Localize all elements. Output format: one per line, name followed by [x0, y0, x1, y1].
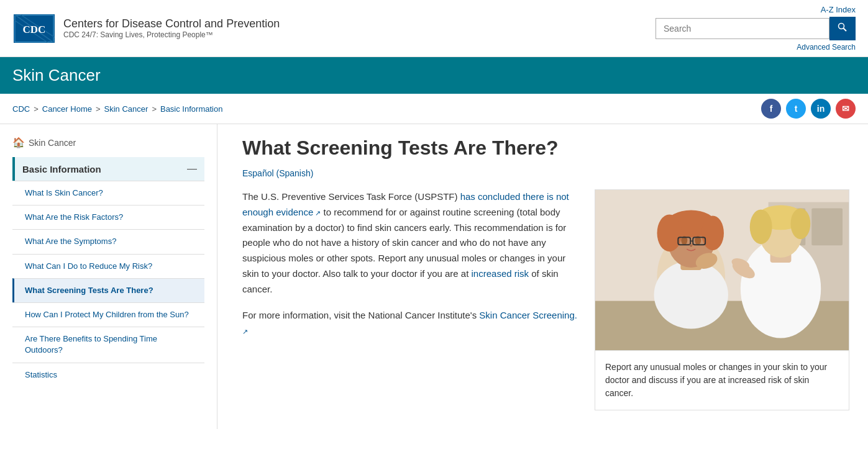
- sidebar-nav-item-3[interactable]: What Can I Do to Reduce My Risk?: [12, 254, 204, 278]
- para2-prefix: For more information, visit the National…: [242, 310, 479, 320]
- sidebar-nav-link-4[interactable]: What Screening Tests Are There?: [25, 286, 153, 295]
- linkedin-icon[interactable]: in: [811, 99, 831, 119]
- sidebar-nav-link-0[interactable]: What Is Skin Cancer?: [25, 188, 103, 197]
- twitter-icon[interactable]: t: [786, 99, 806, 119]
- search-button[interactable]: [829, 17, 856, 40]
- breadcrumb-skin-cancer[interactable]: Skin Cancer: [104, 104, 148, 114]
- sidebar-collapse-icon[interactable]: —: [187, 163, 197, 174]
- main-layout: 🏠 Skin Cancer Basic Information — What I…: [0, 124, 868, 429]
- org-name: Centers for Disease Control and Preventi…: [63, 17, 280, 39]
- doctor-image: [595, 189, 849, 351]
- sidebar-nav-item-4[interactable]: What Screening Tests Are There?: [12, 278, 204, 302]
- breadcrumb-sep3: >: [152, 104, 157, 114]
- sidebar-nav-link-7[interactable]: Statistics: [25, 370, 57, 379]
- breadcrumb-current: Basic Information: [160, 104, 222, 114]
- svg-point-6: [839, 24, 844, 29]
- search-row: [656, 17, 856, 40]
- sidebar-nav-item-2[interactable]: What Are the Symptoms?: [12, 229, 204, 253]
- para2: For more information, visit the National…: [242, 308, 580, 339]
- para1: The U.S. Preventive Services Task Force …: [242, 189, 580, 297]
- sidebar-nav-item-7[interactable]: Statistics: [12, 363, 204, 387]
- logo-area: CDC Centers for Disease Control and Prev…: [12, 13, 280, 44]
- image-caption: Report any unusual moles or changes in y…: [595, 351, 849, 410]
- image-panel: Report any unusual moles or changes in y…: [595, 189, 849, 410]
- sidebar: 🏠 Skin Cancer Basic Information — What I…: [0, 124, 217, 429]
- sidebar-nav-link-5[interactable]: How Can I Protect My Children from the S…: [25, 310, 189, 319]
- org-name-main: Centers for Disease Control and Preventi…: [63, 17, 280, 30]
- sidebar-nav-link-6[interactable]: Are There Benefits to Spending Time Outd…: [25, 334, 157, 355]
- page-title: What Screening Tests Are There?: [242, 137, 849, 160]
- sidebar-home-link[interactable]: 🏠 Skin Cancer: [12, 137, 204, 148]
- svg-point-32: [790, 208, 810, 239]
- increased-risk-link[interactable]: increased risk: [472, 268, 529, 279]
- page-banner-title: Skin Cancer: [12, 66, 101, 84]
- ext-icon2: ↗: [242, 328, 248, 335]
- sidebar-nav-link-2[interactable]: What Are the Symptoms?: [25, 237, 116, 246]
- az-index-link[interactable]: A-Z Index: [821, 5, 856, 14]
- search-area: A-Z Index Advanced Search: [656, 5, 856, 52]
- nci-link[interactable]: Skin Cancer Screening.: [479, 310, 577, 320]
- sidebar-nav-item-1[interactable]: What Are the Risk Factors?: [12, 205, 204, 229]
- para1-prefix: The U.S. Preventive Services Task Force …: [242, 191, 460, 202]
- svg-point-15: [654, 261, 728, 328]
- spanish-link[interactable]: Español (Spanish): [242, 168, 313, 178]
- ext-icon1: ↗: [313, 209, 321, 217]
- sidebar-home-label: Skin Cancer: [29, 138, 76, 148]
- sidebar-section-header: Basic Information —: [12, 157, 204, 181]
- breadcrumb-bar: CDC > Cancer Home > Skin Cancer > Basic …: [0, 94, 868, 124]
- home-icon: 🏠: [12, 137, 25, 148]
- content-area: What Screening Tests Are There? Español …: [217, 124, 868, 429]
- svg-point-31: [750, 209, 772, 244]
- sidebar-nav-link-3[interactable]: What Can I Do to Reduce My Risk?: [25, 261, 152, 271]
- email-icon[interactable]: ✉: [836, 99, 856, 119]
- breadcrumb-sep1: >: [34, 104, 39, 114]
- svg-rect-12: [811, 208, 843, 245]
- facebook-icon[interactable]: f: [761, 99, 781, 119]
- cdc-logo: CDC: [12, 13, 56, 44]
- breadcrumb-sep2: >: [96, 104, 101, 114]
- top-bar: CDC Centers for Disease Control and Prev…: [0, 0, 868, 57]
- page-banner: Skin Cancer: [0, 57, 868, 94]
- sidebar-nav: What Is Skin Cancer?What Are the Risk Fa…: [12, 181, 204, 387]
- breadcrumb: CDC > Cancer Home > Skin Cancer > Basic …: [12, 104, 222, 114]
- sidebar-nav-item-0[interactable]: What Is Skin Cancer?: [12, 181, 204, 205]
- svg-line-7: [844, 29, 847, 32]
- content-text: The U.S. Preventive Services Task Force …: [242, 189, 580, 350]
- social-icons: f t in ✉: [761, 99, 856, 119]
- svg-point-20: [701, 215, 724, 250]
- breadcrumb-cancer-home[interactable]: Cancer Home: [42, 104, 92, 114]
- sidebar-nav-item-5[interactable]: How Can I Protect My Children from the S…: [12, 302, 204, 327]
- org-name-sub: CDC 24/7: Saving Lives, Protecting Peopl…: [63, 30, 280, 39]
- sidebar-section-title: Basic Information: [22, 164, 101, 174]
- svg-text:CDC: CDC: [23, 23, 46, 35]
- content-body: The U.S. Preventive Services Task Force …: [242, 189, 849, 410]
- search-input[interactable]: [656, 18, 829, 39]
- advanced-search-link[interactable]: Advanced Search: [797, 43, 856, 52]
- svg-point-19: [657, 214, 682, 251]
- sidebar-nav-link-1[interactable]: What Are the Risk Factors?: [25, 212, 123, 222]
- breadcrumb-cdc[interactable]: CDC: [12, 104, 30, 114]
- sidebar-nav-item-6[interactable]: Are There Benefits to Spending Time Outd…: [12, 327, 204, 362]
